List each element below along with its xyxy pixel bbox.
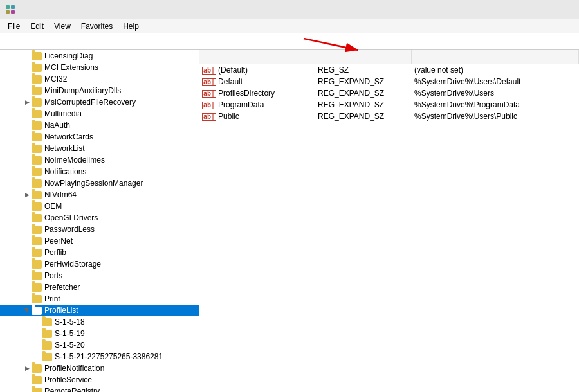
tree-item-label: Perflib bbox=[44, 248, 66, 257]
tree-item-label: Print bbox=[44, 294, 60, 303]
folder-icon bbox=[32, 283, 42, 292]
tree-item-passwordless[interactable]: PasswordLess bbox=[0, 224, 199, 235]
tree-item-label: S-1-5-21-2275275265-3386281 bbox=[55, 352, 163, 361]
folder-icon bbox=[32, 87, 42, 95]
table-row[interactable]: ab|ProfilesDirectoryREG_EXPAND_SZ%System… bbox=[199, 87, 579, 99]
tree-item-label: RemoteRegistry bbox=[44, 387, 100, 392]
menu-item-file[interactable]: File bbox=[3, 21, 25, 32]
tree-item-ports[interactable]: Ports bbox=[0, 270, 199, 281]
tree-item-s-1-5-20[interactable]: S-1-5-20 bbox=[0, 339, 199, 351]
folder-icon bbox=[32, 214, 42, 222]
reg-value-icon: ab| bbox=[202, 90, 216, 98]
tree-item-label: NowPlayingSessionManager bbox=[44, 179, 143, 188]
svg-rect-4 bbox=[6, 10, 10, 14]
tree-item-s-1-5-21[interactable]: S-1-5-21-2275275265-3386281 bbox=[0, 351, 199, 362]
folder-icon bbox=[32, 110, 42, 118]
tree-item-s-1-5-18[interactable]: S-1-5-18 bbox=[0, 316, 199, 328]
tree-item-prefetcher[interactable]: Prefetcher bbox=[0, 281, 199, 293]
expand-arrow-icon[interactable]: ▶ bbox=[23, 98, 31, 106]
cell-name: ab|Default bbox=[199, 77, 315, 86]
tree-item-label: PerHwIdStorage bbox=[44, 260, 101, 269]
tree-item-noimemodelimes[interactable]: NoImeModelImes bbox=[0, 154, 199, 166]
cell-type: REG_EXPAND_SZ bbox=[315, 100, 412, 109]
minimize-button[interactable] bbox=[485, 0, 515, 19]
expand-arrow-icon[interactable]: ▶ bbox=[23, 364, 31, 372]
tree-item-remoteregistry[interactable]: RemoteRegistry bbox=[0, 386, 199, 392]
reg-value-icon: ab| bbox=[202, 102, 216, 109]
tree-item-nowplayingsessionmanager[interactable]: NowPlayingSessionManager bbox=[0, 177, 199, 189]
folder-icon bbox=[32, 145, 42, 153]
tree-item-perhwidstorage[interactable]: PerHwIdStorage bbox=[0, 258, 199, 270]
col-header-type[interactable] bbox=[315, 50, 412, 64]
tree-item-mciextensions[interactable]: MCI Extensions bbox=[0, 62, 199, 73]
tree-item-label: Notifications bbox=[44, 167, 86, 176]
menu-item-edit[interactable]: Edit bbox=[25, 21, 49, 32]
tree-item-multimedia[interactable]: Multimedia bbox=[0, 108, 199, 120]
cell-type: REG_EXPAND_SZ bbox=[315, 77, 412, 86]
table-row[interactable]: ab|DefaultREG_EXPAND_SZ%SystemDrive%\Use… bbox=[199, 76, 579, 87]
folder-icon bbox=[32, 376, 42, 384]
tree-item-label: NetworkList bbox=[44, 144, 85, 153]
svg-rect-3 bbox=[11, 5, 15, 9]
folder-icon bbox=[42, 341, 52, 350]
folder-icon bbox=[32, 133, 42, 141]
expand-arrow-icon[interactable]: ▶ bbox=[23, 191, 31, 199]
menu-item-help[interactable]: Help bbox=[118, 21, 144, 32]
cell-data: (value not set) bbox=[412, 66, 579, 75]
tree-item-label: LicensingDiag bbox=[44, 51, 93, 60]
tree-item-networklist[interactable]: NetworkList bbox=[0, 143, 199, 154]
tree-item-label: MCI32 bbox=[44, 75, 67, 84]
tree-item-label: MiniDumpAuxiliaryDlls bbox=[44, 86, 121, 95]
tree-item-label: NtVdm64 bbox=[44, 190, 77, 199]
tree-item-opengldrivers[interactable]: OpenGLDrivers bbox=[0, 212, 199, 224]
menu-item-view[interactable]: View bbox=[49, 21, 76, 32]
tree-item-s-1-5-19[interactable]: S-1-5-19 bbox=[0, 328, 199, 339]
tree-item-peernet[interactable]: PeerNet bbox=[0, 235, 199, 247]
tree-item-label: NaAuth bbox=[44, 121, 70, 130]
close-button[interactable] bbox=[544, 0, 574, 19]
folder-icon bbox=[32, 272, 42, 280]
maximize-button[interactable] bbox=[515, 0, 544, 19]
cell-name-text: Default bbox=[218, 77, 243, 86]
tree-item-msicorruptedfilerecovery[interactable]: ▶MsiCorruptedFileRecovery bbox=[0, 96, 199, 108]
address-bar[interactable] bbox=[0, 33, 579, 50]
tree-item-oem[interactable]: OEM bbox=[0, 200, 199, 212]
table-row[interactable]: ab|(Default)REG_SZ(value not set) bbox=[199, 64, 579, 76]
tree-item-licensingdiag[interactable]: LicensingDiag bbox=[0, 50, 199, 62]
tree-item-minidumpauxiliarydlls[interactable]: MiniDumpAuxiliaryDlls bbox=[0, 85, 199, 96]
folder-icon bbox=[32, 156, 42, 165]
tree-item-label: MCI Extensions bbox=[44, 63, 98, 72]
tree-item-mci32[interactable]: MCI32 bbox=[0, 73, 199, 85]
tree-item-label: ProfileNotification bbox=[44, 364, 104, 373]
app-icon bbox=[5, 4, 15, 15]
folder-icon bbox=[42, 353, 52, 361]
tree-item-networkcards[interactable]: NetworkCards bbox=[0, 131, 199, 143]
tree-item-label: OpenGLDrivers bbox=[44, 213, 98, 222]
col-header-data[interactable] bbox=[412, 50, 579, 64]
tree-item-label: ProfileList bbox=[44, 306, 78, 315]
tree-item-notifications[interactable]: Notifications bbox=[0, 166, 199, 177]
menu-item-favorites[interactable]: Favorites bbox=[76, 21, 118, 32]
tree-item-naauth[interactable]: NaAuth bbox=[0, 120, 199, 131]
tree-item-profilelist[interactable]: ▶ProfileList bbox=[0, 305, 199, 316]
cell-name: ab|(Default) bbox=[199, 66, 315, 75]
tree-item-profileservice[interactable]: ProfileService bbox=[0, 374, 199, 386]
tree-item-profilenotification[interactable]: ▶ProfileNotification bbox=[0, 362, 199, 374]
folder-icon bbox=[32, 237, 42, 245]
folder-icon bbox=[32, 179, 42, 188]
tree-item-print[interactable]: Print bbox=[0, 293, 199, 305]
tree-item-label: ProfileService bbox=[44, 375, 92, 384]
table-row[interactable]: ab|ProgramDataREG_EXPAND_SZ%SystemDrive%… bbox=[199, 99, 579, 111]
col-header-name[interactable] bbox=[199, 50, 315, 64]
tree-item-ntvdm64[interactable]: ▶NtVdm64 bbox=[0, 189, 199, 200]
tree-item-perflib[interactable]: Perflib bbox=[0, 247, 199, 258]
folder-icon bbox=[32, 168, 42, 176]
cell-data: %SystemDrive%\Users bbox=[412, 89, 579, 98]
title-bar bbox=[0, 0, 579, 19]
cell-data: %SystemDrive%\Users\Default bbox=[412, 77, 579, 86]
expand-arrow-icon[interactable]: ▶ bbox=[23, 307, 31, 314]
tree-item-label: MsiCorruptedFileRecovery bbox=[44, 98, 136, 107]
table-row[interactable]: ab|PublicREG_EXPAND_SZ%SystemDrive%\User… bbox=[199, 111, 579, 122]
cell-name-text: (Default) bbox=[218, 66, 248, 75]
tree-panel[interactable]: LicensingDiag MCI Extensions MCI32 MiniD… bbox=[0, 50, 199, 392]
